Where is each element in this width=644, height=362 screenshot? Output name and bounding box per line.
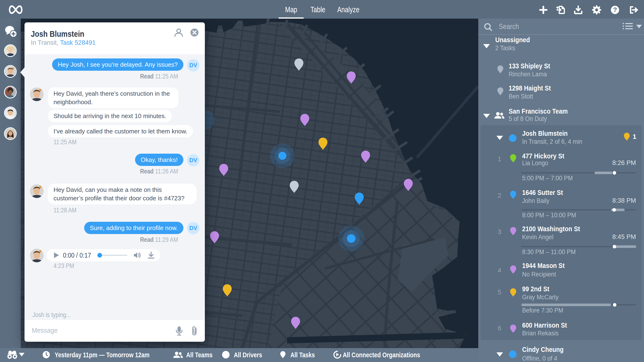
svg-text:?: ? bbox=[613, 6, 617, 14]
